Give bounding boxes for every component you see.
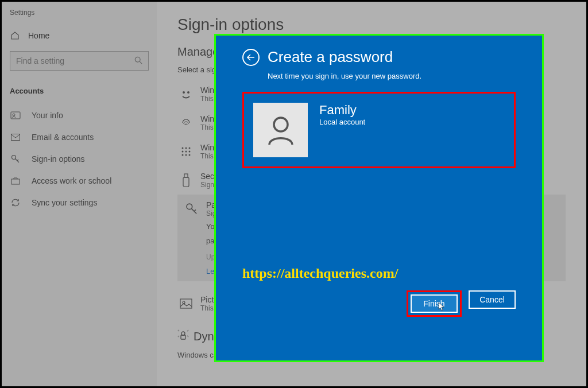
face-icon xyxy=(177,86,195,103)
svg-point-5 xyxy=(12,156,16,160)
home-link[interactable]: Home xyxy=(2,25,157,46)
nav-label: Email & accounts xyxy=(32,133,94,142)
svg-point-12 xyxy=(182,151,184,153)
section-header: Accounts xyxy=(2,82,157,104)
avatar xyxy=(253,103,308,157)
search-icon xyxy=(134,56,142,66)
finish-highlight: Finish xyxy=(407,290,462,317)
svg-point-3 xyxy=(13,114,15,116)
sidebar-item-sync[interactable]: Sync your settings xyxy=(2,192,157,214)
svg-point-11 xyxy=(189,148,191,149)
svg-point-13 xyxy=(185,151,187,153)
cancel-button[interactable]: Cancel xyxy=(469,290,516,309)
nav-label: Your info xyxy=(32,111,63,120)
sidebar-item-email[interactable]: Email & accounts xyxy=(2,126,157,148)
picture-icon xyxy=(177,295,195,312)
nav-label: Sync your settings xyxy=(32,198,97,207)
svg-point-9 xyxy=(182,148,184,149)
dynamic-icon xyxy=(177,329,189,344)
sidebar-item-work[interactable]: Access work or school xyxy=(2,170,157,192)
svg-rect-4 xyxy=(11,134,20,141)
user-name: Family xyxy=(319,103,365,118)
sidebar-item-your-info[interactable]: Your info xyxy=(2,104,157,126)
svg-rect-24 xyxy=(181,335,185,339)
create-password-dialog: Create a password Next time you sign in,… xyxy=(214,34,544,362)
watermark-text: https://alltechqueries.com/ xyxy=(242,266,516,281)
search-placeholder: Find a setting xyxy=(16,56,134,65)
svg-point-10 xyxy=(185,148,187,149)
fingerprint-icon xyxy=(177,114,195,131)
back-button[interactable] xyxy=(242,49,260,66)
sidebar: Settings Home Find a setting Ac xyxy=(2,2,157,386)
modal-title: Create a password xyxy=(268,48,393,66)
keypad-icon xyxy=(177,143,195,160)
home-icon xyxy=(10,30,20,41)
svg-point-15 xyxy=(182,154,184,156)
user-card: Family Local account xyxy=(242,92,516,168)
svg-point-17 xyxy=(189,154,191,156)
nav-label: Access work or school xyxy=(32,176,111,185)
svg-point-16 xyxy=(185,154,187,156)
svg-point-8 xyxy=(187,91,189,94)
app-title: Settings xyxy=(2,7,157,25)
svg-rect-2 xyxy=(11,112,20,119)
svg-rect-19 xyxy=(183,177,189,187)
key-icon xyxy=(183,200,200,218)
sync-icon xyxy=(10,197,21,208)
mail-icon xyxy=(10,132,21,142)
key-icon xyxy=(10,154,21,164)
usb-icon xyxy=(177,172,195,189)
search-input[interactable]: Find a setting xyxy=(10,51,149,71)
modal-subtitle: Next time you sign in, use your new pass… xyxy=(268,72,516,80)
svg-point-0 xyxy=(135,57,140,62)
svg-point-20 xyxy=(187,204,192,209)
page-title: Sign-in options xyxy=(177,15,566,34)
user-type: Local account xyxy=(319,118,365,126)
svg-rect-18 xyxy=(184,174,188,177)
sidebar-item-signin[interactable]: Sign-in options xyxy=(2,148,157,170)
finish-button[interactable]: Finish xyxy=(411,294,458,313)
nav-label: Sign-in options xyxy=(32,154,85,164)
svg-rect-6 xyxy=(11,179,20,184)
svg-point-23 xyxy=(181,332,185,335)
home-label: Home xyxy=(28,31,49,40)
svg-line-1 xyxy=(140,61,142,64)
person-icon xyxy=(10,110,21,121)
svg-point-25 xyxy=(274,118,288,131)
svg-point-14 xyxy=(189,151,191,153)
svg-rect-21 xyxy=(180,299,192,308)
svg-point-7 xyxy=(183,91,185,94)
briefcase-icon xyxy=(10,176,21,186)
cursor-icon xyxy=(438,302,446,313)
